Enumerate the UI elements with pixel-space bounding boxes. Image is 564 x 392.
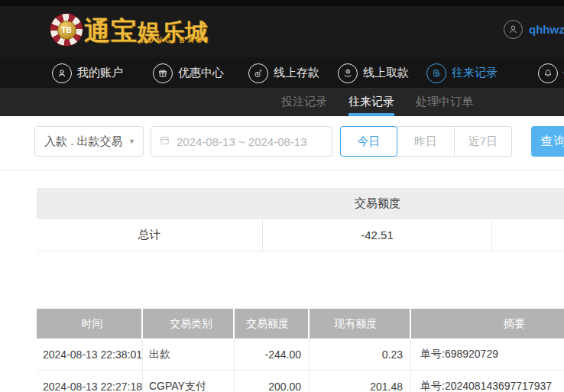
cell-summary: 单号:698920729: [411, 339, 564, 370]
user-icon: [52, 63, 72, 83]
nav-item-promotions[interactable]: 优惠中心: [153, 57, 224, 89]
calendar-icon: [159, 134, 170, 149]
cell-balance: 201.48: [310, 371, 411, 392]
account-widget[interactable]: qhhwz: [504, 20, 564, 39]
nav-item-transaction-records[interactable]: 往来记录: [426, 57, 498, 89]
transaction-type-select[interactable]: 入款 . 出款交易 ▼: [34, 126, 144, 157]
summary-empty-cell: [492, 219, 564, 251]
column-header-time: 时间: [37, 309, 143, 339]
date-range-input[interactable]: 2024-08-13 ~ 2024-08-13: [151, 126, 332, 157]
nav-label: 线上取款: [363, 66, 409, 80]
brand-chip-logo[interactable]: TB: [50, 13, 83, 47]
records-tab-bar: 投注记录 往来记录 处理中订单: [0, 89, 564, 116]
cell-amount: 200.00: [235, 371, 310, 392]
yesterday-button[interactable]: 昨日: [397, 126, 455, 157]
brand-subtitle: TONG BAO: [140, 36, 206, 44]
summary-total-row: 总计 -42.51: [37, 219, 564, 251]
withdraw-hand-icon: $: [338, 63, 358, 83]
cell-time: 2024-08-13 22:27:18: [37, 371, 143, 392]
nav-label: 线上存款: [274, 66, 319, 80]
summary-table: 交易额度 总计 -42.51: [37, 188, 564, 251]
table-row: 2024-08-13 22:38:01 出款 -244.00 0.23 单号:6…: [37, 339, 564, 371]
transactions-header-row: 时间 交易类别 交易额度 现有额度 摘要: [37, 309, 564, 339]
user-avatar-icon: [504, 20, 523, 39]
username-text[interactable]: qhhwz: [529, 23, 564, 36]
svg-text:¥: ¥: [257, 73, 259, 76]
today-button[interactable]: 今日: [340, 126, 397, 157]
summary-table-header: 交易额度: [37, 188, 564, 219]
summary-total-label: 总计: [37, 219, 263, 251]
column-header-summary: 摘要: [411, 309, 564, 339]
summary-total-amount: -42.51: [263, 219, 492, 251]
tab-betting-records[interactable]: 投注记录: [281, 89, 327, 116]
nav-label: 往来记录: [452, 66, 498, 80]
cell-summary: 单号:202408143697717937: [411, 371, 564, 392]
table-row: 2024-08-13 22:27:18 CGPAY支付 200.00 201.4…: [37, 371, 564, 392]
transactions-table: 时间 交易类别 交易额度 现有额度 摘要 2024-08-13 22:38:01…: [37, 309, 564, 392]
cell-time: 2024-08-13 22:38:01: [37, 339, 143, 370]
cell-amount: -244.00: [235, 339, 310, 370]
tab-processing-orders[interactable]: 处理中订单: [416, 89, 473, 116]
last-7-days-button[interactable]: 近7日: [455, 126, 512, 157]
nav-label: 我的账户: [77, 66, 123, 80]
tab-transaction-records[interactable]: 往来记录: [348, 89, 394, 116]
caret-down-icon: ▼: [128, 138, 135, 145]
gift-icon: [153, 63, 173, 83]
nav-item-my-account[interactable]: 我的账户: [52, 57, 123, 89]
nav-label: 优惠中心: [178, 66, 224, 80]
brand-title-main: 通宝: [84, 16, 138, 45]
date-range-value: 2024-08-13 ~ 2024-08-13: [177, 135, 307, 148]
summary-amount-header: 交易额度: [263, 196, 492, 211]
quick-date-button-group: 今日 昨日 近7日: [340, 126, 512, 157]
cell-balance: 0.23: [310, 339, 411, 370]
main-nav: 我的账户 优惠中心 ¥ 线上存款 $ 线上取款: [0, 57, 564, 89]
brand-chip-monogram: TB: [57, 21, 76, 40]
column-header-amount: 交易额度: [235, 309, 310, 339]
transaction-type-value: 入款 . 出款交易: [44, 134, 128, 149]
cell-type: CGPAY支付: [143, 371, 235, 392]
records-clipboard-icon: [426, 63, 446, 83]
section-divider: [0, 170, 564, 170]
search-button[interactable]: 查询: [531, 126, 564, 157]
nav-item-messages[interactable]: 信息: [538, 57, 564, 89]
bell-icon: [538, 63, 558, 83]
deposit-coin-icon: ¥: [248, 63, 268, 83]
cell-type: 出款: [143, 339, 235, 370]
top-strip: [0, 0, 564, 6]
nav-item-online-withdrawal[interactable]: $ 线上取款: [338, 57, 409, 89]
column-header-type: 交易类别: [143, 309, 235, 339]
column-header-balance: 现有额度: [310, 309, 411, 339]
nav-item-online-deposit[interactable]: ¥ 线上存款: [248, 57, 319, 89]
